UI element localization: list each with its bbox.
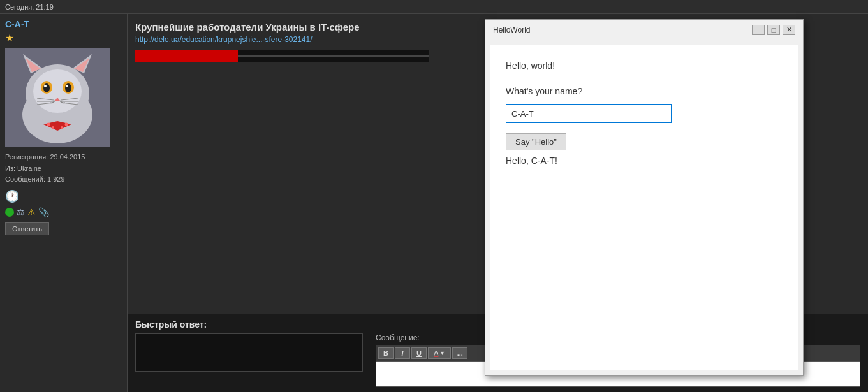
dialog-name-input[interactable] [506, 104, 672, 123]
close-button[interactable]: ✕ [783, 25, 795, 35]
svg-point-7 [33, 69, 82, 113]
user-reg: Регистрация: 29.04.2015 [5, 152, 122, 163]
helloworld-dialog: HelloWorld — □ ✕ Hello, world! What's yo… [485, 19, 804, 376]
svg-point-12 [44, 85, 47, 87]
svg-point-23 [54, 122, 61, 129]
user-messages: Сообщений: 1,929 [5, 174, 122, 185]
dialog-result-text: Hello, C-A-T! [506, 156, 783, 166]
user-meta: Регистрация: 29.04.2015 Из: Ukraine Сооб… [5, 152, 122, 185]
user-from: Из: Ukraine [5, 163, 122, 175]
more-options-button[interactable]: ... [452, 347, 467, 359]
user-status-icon: 🕐 [5, 189, 122, 203]
dialog-body: Hello, world! What's your name? Say "Hel… [490, 45, 798, 370]
taskbar-datetime: Сегодня, 21:19 [5, 3, 54, 11]
dialog-question-text: What's your name? [506, 86, 783, 96]
taskbar: Сегодня, 21:19 [0, 0, 868, 14]
svg-point-11 [65, 83, 71, 92]
font-color-button[interactable]: A ▼ [428, 347, 451, 359]
svg-point-26 [65, 123, 68, 126]
italic-button[interactable]: I [395, 347, 410, 359]
svg-point-10 [43, 83, 50, 92]
dialog-titlebar: HelloWorld — □ ✕ [485, 20, 803, 40]
attachment-icon: 📎 [38, 207, 49, 217]
warning-icon: ⚠ [27, 207, 36, 217]
user-name-link[interactable]: С-А-Т [5, 19, 122, 29]
green-circle-icon [5, 208, 14, 217]
reply-button[interactable]: Ответить [5, 222, 49, 235]
dialog-controls: — □ ✕ [752, 25, 795, 35]
svg-point-24 [47, 123, 50, 126]
user-action-icons: ⚖ ⚠ 📎 [5, 207, 122, 217]
font-color-label: A [434, 349, 438, 357]
svg-point-13 [66, 85, 68, 87]
minimize-button[interactable]: — [752, 25, 765, 35]
user-sidebar: С-А-Т ★ [0, 14, 128, 392]
media-fill [135, 50, 238, 62]
say-hello-button[interactable]: Say "Hello" [506, 133, 566, 150]
message-textarea-area[interactable] [135, 333, 363, 372]
media-bar[interactable] [135, 50, 429, 62]
maximize-button[interactable]: □ [767, 25, 780, 35]
dropdown-arrow: ▼ [439, 350, 445, 356]
svg-point-27 [61, 126, 63, 129]
svg-point-25 [52, 126, 54, 129]
dialog-title: HelloWorld [493, 25, 530, 34]
underline-button[interactable]: U [411, 347, 427, 359]
dialog-hello-text: Hello, world! [506, 61, 783, 71]
bold-button[interactable]: B [378, 347, 394, 359]
user-star-icon: ★ [5, 32, 122, 44]
user-avatar [5, 48, 110, 147]
scale-icon: ⚖ [17, 207, 25, 217]
